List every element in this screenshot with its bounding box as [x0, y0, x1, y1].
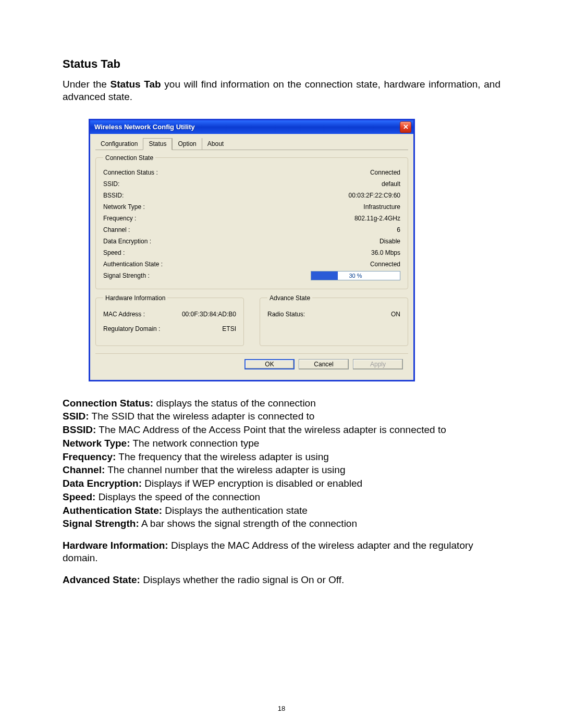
page-number: 18: [0, 705, 563, 712]
term-connection-status: Connection Status:: [63, 398, 153, 409]
tab-about[interactable]: About: [202, 138, 229, 150]
def-network-type: Network Type: The network connection typ…: [63, 437, 500, 450]
connection-state-legend: Connection State: [103, 154, 155, 162]
desc-data-encryption: Displays if WEP encryption is disabled o…: [142, 478, 362, 489]
desc-frequency: The frequency that the wireless adapter …: [116, 451, 328, 462]
apply-button[interactable]: Apply: [353, 359, 403, 369]
desc-bssid: The MAC Address of the Access Point that…: [96, 424, 446, 435]
desc-speed: Displays the speed of the connection: [95, 491, 260, 502]
value-network-type: Infrastructure: [363, 201, 400, 213]
desc-advanced-state: Displays whether the radio signal is On …: [140, 574, 344, 585]
label-channel: Channel :: [103, 224, 130, 236]
def-bssid: BSSID: The MAC Address of the Access Poi…: [63, 424, 500, 436]
value-bssid: 00:03:2F:22:C9:60: [349, 190, 400, 201]
row-signal-strength: Signal Strength : 30 %: [103, 270, 400, 281]
tab-configuration[interactable]: Configuration: [95, 138, 143, 150]
value-data-encryption: Disable: [380, 236, 400, 247]
label-ssid: SSID:: [103, 178, 119, 190]
titlebar: Wireless Network Config Utility ✕: [90, 120, 413, 134]
value-connection-status: Connected: [370, 167, 400, 178]
ok-button[interactable]: OK: [244, 359, 295, 369]
dialog-screenshot: Wireless Network Config Utility ✕ Config…: [89, 119, 415, 381]
definitions-block: Connection Status: displays the status o…: [63, 397, 500, 586]
def-advanced-state: Advanced State: Displays whether the rad…: [63, 574, 500, 586]
label-data-encryption: Data Encryption :: [103, 236, 151, 247]
intro-paragraph: Under the Status Tab you will find infor…: [63, 78, 500, 103]
row-bssid: BSSID: 00:03:2F:22:C9:60: [103, 190, 400, 201]
value-auth-state: Connected: [370, 258, 400, 270]
label-radio-status: Radio Status:: [267, 307, 305, 322]
hardware-info-group: Hardware Information MAC Address : 00:0F…: [95, 294, 244, 346]
label-connection-status: Connection Status :: [103, 167, 158, 178]
desc-connection-status: displays the status of the connection: [153, 398, 316, 409]
value-ssid: default: [382, 178, 400, 190]
dialog-body: Configuration Status Option About Connec…: [90, 134, 413, 380]
def-speed: Speed: Displays the speed of the connect…: [63, 491, 500, 503]
window-title: Wireless Network Config Utility: [94, 123, 195, 131]
row-mac: MAC Address : 00:0F:3D:84:AD:B0: [103, 307, 236, 322]
label-reg-domain: Regulatory Domain :: [103, 322, 160, 336]
row-data-encryption: Data Encryption : Disable: [103, 236, 400, 247]
value-mac: 00:0F:3D:84:AD:B0: [182, 307, 236, 322]
desc-channel: The channel number that the wireless ada…: [105, 464, 345, 475]
term-speed: Speed:: [63, 491, 95, 502]
label-speed: Speed :: [103, 247, 125, 258]
label-mac: MAC Address :: [103, 307, 145, 322]
value-channel: 6: [397, 224, 400, 236]
label-frequency: Frequency :: [103, 213, 136, 224]
dialog-window: Wireless Network Config Utility ✕ Config…: [89, 119, 415, 381]
value-frequency: 802.11g-2.4GHz: [354, 213, 400, 224]
term-hardware-info: Hardware Information:: [63, 540, 168, 551]
label-bssid: BSSID:: [103, 190, 124, 201]
signal-strength-text: 30 %: [311, 272, 400, 280]
desc-auth-state: Displays the authentication state: [162, 505, 308, 516]
row-connection-status: Connection Status : Connected: [103, 167, 400, 178]
def-frequency: Frequency: The frequency that the wirele…: [63, 451, 500, 463]
tab-status[interactable]: Status: [143, 138, 172, 150]
close-icon: ✕: [403, 123, 409, 131]
desc-signal-strength: A bar shows the signal strength of the c…: [139, 518, 357, 529]
def-auth-state: Authentication State: Displays the authe…: [63, 504, 500, 517]
row-speed: Speed : 36.0 Mbps: [103, 247, 400, 258]
term-channel: Channel:: [63, 464, 105, 475]
term-ssid: SSID:: [63, 411, 89, 422]
advance-state-group: Advance State Radio Status: ON: [260, 294, 408, 346]
document-page: Status Tab Under the Status Tab you will…: [0, 0, 563, 728]
close-button[interactable]: ✕: [400, 121, 411, 133]
page-title: Status Tab: [63, 57, 500, 71]
term-data-encryption: Data Encryption:: [63, 478, 142, 489]
label-signal-strength: Signal Strength :: [103, 270, 150, 281]
value-radio-status: ON: [391, 307, 400, 322]
row-reg-domain: Regulatory Domain : ETSI: [103, 322, 236, 336]
desc-ssid: The SSID that the wireless adapter is co…: [89, 411, 315, 422]
term-bssid: BSSID:: [63, 424, 96, 435]
term-frequency: Frequency:: [63, 451, 116, 462]
label-auth-state: Authentication State :: [103, 258, 163, 270]
row-network-type: Network Type : Infrastructure: [103, 201, 400, 213]
label-network-type: Network Type :: [103, 201, 145, 213]
hardware-info-legend: Hardware Information: [103, 294, 167, 302]
connection-state-group: Connection State Connection Status : Con…: [95, 154, 408, 289]
intro-text-before: Under the: [63, 79, 111, 90]
tab-option[interactable]: Option: [172, 138, 201, 150]
dialog-button-row: OK Cancel Apply: [95, 353, 408, 375]
row-ssid: SSID: default: [103, 178, 400, 190]
def-hardware-info: Hardware Information: Displays the MAC A…: [63, 539, 500, 564]
desc-network-type: The network connection type: [130, 438, 260, 449]
term-signal-strength: Signal Strength:: [63, 518, 139, 529]
term-network-type: Network Type:: [63, 438, 130, 449]
term-auth-state: Authentication State:: [63, 505, 162, 516]
lower-groups: Hardware Information MAC Address : 00:0F…: [95, 294, 408, 351]
def-data-encryption: Data Encryption: Displays if WEP encrypt…: [63, 477, 500, 490]
row-auth-state: Authentication State : Connected: [103, 258, 400, 270]
def-signal-strength: Signal Strength: A bar shows the signal …: [63, 517, 500, 530]
def-connection-status: Connection Status: displays the status o…: [63, 397, 500, 410]
advance-state-legend: Advance State: [267, 294, 312, 302]
row-channel: Channel : 6: [103, 224, 400, 236]
signal-strength-bar: 30 %: [311, 271, 400, 280]
row-frequency: Frequency : 802.11g-2.4GHz: [103, 213, 400, 224]
def-channel: Channel: The channel number that the wir…: [63, 464, 500, 476]
intro-bold: Status Tab: [111, 79, 161, 90]
value-speed: 36.0 Mbps: [371, 247, 400, 258]
cancel-button[interactable]: Cancel: [299, 359, 349, 369]
